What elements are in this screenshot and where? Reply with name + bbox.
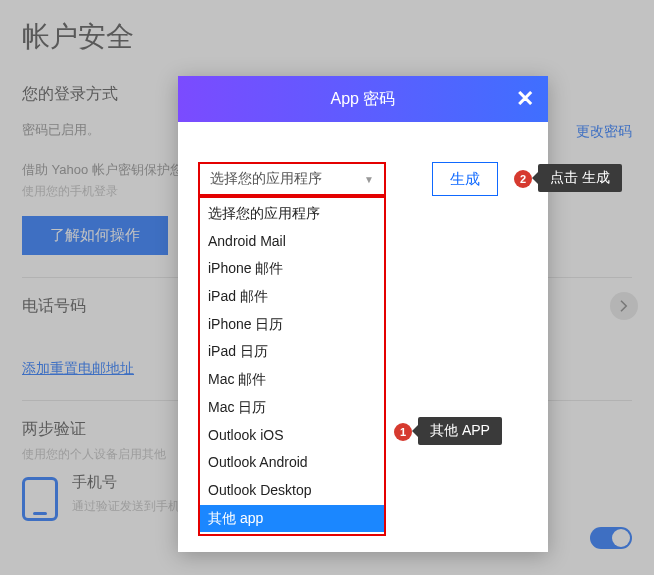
app-option[interactable]: iPad 日历 <box>200 338 384 366</box>
step-tooltip-2: 点击 生成 <box>538 164 622 192</box>
generate-label: 生成 <box>450 170 480 189</box>
app-option[interactable]: Mac 日历 <box>200 394 384 422</box>
app-option[interactable]: iPad 邮件 <box>200 283 384 311</box>
close-icon[interactable]: ✕ <box>516 88 534 110</box>
modal-header: App 密码 ✕ <box>178 76 548 122</box>
modal-title: App 密码 <box>331 89 396 110</box>
app-option[interactable]: 其他 app <box>200 505 384 533</box>
app-select[interactable]: 选择您的应用程序 ▼ <box>198 162 386 196</box>
app-option[interactable]: Android Mail <box>200 228 384 256</box>
app-password-modal: App 密码 ✕ 选择您的应用程序 ▼ 生成 选择您的应用程序Android M… <box>178 76 548 552</box>
step-marker-1: 1 <box>394 423 412 441</box>
app-option[interactable]: Outlook Android <box>200 449 384 477</box>
app-option[interactable]: Outlook iOS <box>200 422 384 450</box>
app-option[interactable]: Mac 邮件 <box>200 366 384 394</box>
app-option[interactable]: Outlook Desktop <box>200 477 384 505</box>
app-select-dropdown[interactable]: 选择您的应用程序Android MailiPhone 邮件iPad 邮件iPho… <box>198 196 386 536</box>
step-marker-2: 2 <box>514 170 532 188</box>
app-option[interactable]: 选择您的应用程序 <box>200 200 384 228</box>
app-option[interactable]: iPhone 日历 <box>200 311 384 339</box>
app-option[interactable]: iPhone 邮件 <box>200 255 384 283</box>
chevron-down-icon: ▼ <box>364 174 374 185</box>
app-select-value: 选择您的应用程序 <box>210 170 322 188</box>
step-tooltip-1: 其他 APP <box>418 417 502 445</box>
generate-button[interactable]: 生成 <box>432 162 498 196</box>
